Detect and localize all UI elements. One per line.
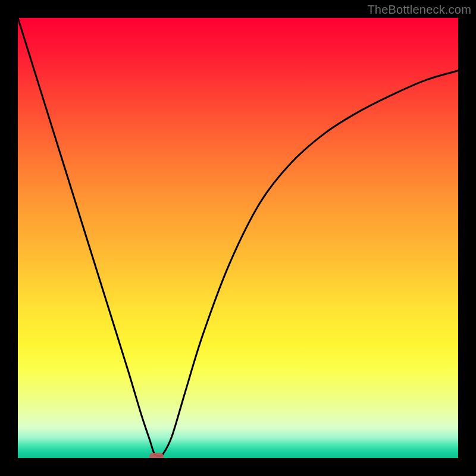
bottleneck-curve xyxy=(18,18,458,458)
minimum-marker xyxy=(149,453,164,458)
watermark-text: TheBottleneck.com xyxy=(367,3,471,17)
plot-area xyxy=(18,18,458,458)
chart-frame: TheBottleneck.com xyxy=(0,0,476,476)
